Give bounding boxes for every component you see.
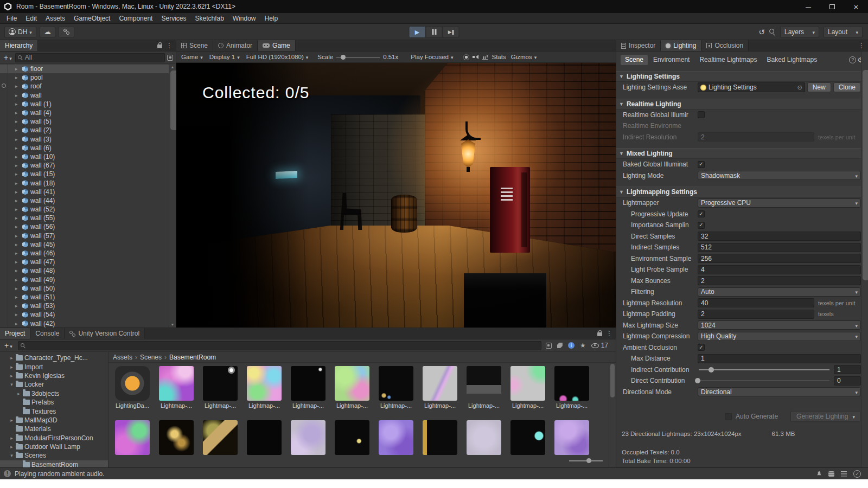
value-field[interactable]: 256 bbox=[698, 254, 861, 263]
hierarchy-item[interactable]: wall (1) bbox=[0, 100, 176, 108]
expand-arrow-icon[interactable] bbox=[15, 233, 20, 239]
slider-handle[interactable] bbox=[695, 378, 700, 383]
folder-item[interactable]: ▾Scenes bbox=[0, 451, 108, 460]
project-search-input[interactable] bbox=[18, 341, 541, 350]
folder-item[interactable]: Textures bbox=[0, 407, 108, 415]
scrollbar-thumb[interactable] bbox=[863, 70, 868, 280]
folder-item[interactable]: ▸Import bbox=[0, 362, 108, 371]
folder-item[interactable]: ▾Locker bbox=[0, 380, 108, 389]
tab-occlusion[interactable]: Occlusion bbox=[701, 40, 749, 51]
search-by-type-icon[interactable] bbox=[546, 343, 552, 349]
thumbnail-size-slider[interactable] bbox=[569, 458, 603, 464]
layout-dropdown[interactable]: Layout bbox=[824, 26, 863, 38]
asset-item[interactable] bbox=[379, 420, 413, 455]
asset-item[interactable]: Lightmap-... bbox=[291, 366, 326, 409]
asset-item[interactable]: Lightmap-... bbox=[335, 366, 369, 409]
asset-item[interactable]: Lightmap-... bbox=[554, 366, 589, 409]
hierarchy-item[interactable]: wall bbox=[0, 91, 176, 100]
hierarchy-item[interactable]: wall (3) bbox=[0, 135, 176, 144]
search-by-label-icon[interactable] bbox=[557, 343, 563, 348]
hierarchy-scrollbar[interactable]: ▲ ▼ bbox=[169, 64, 176, 328]
hierarchy-item[interactable]: wall (6) bbox=[0, 144, 176, 152]
value-field[interactable]: 2 bbox=[698, 132, 814, 142]
hierarchy-item[interactable]: wall (48) bbox=[0, 266, 176, 275]
asset-item[interactable] bbox=[291, 420, 326, 455]
menu-assets[interactable]: Assets bbox=[41, 13, 69, 23]
hierarchy-item[interactable]: wall (10) bbox=[0, 152, 176, 161]
expand-arrow-icon[interactable] bbox=[15, 101, 20, 107]
tab-project[interactable]: Project bbox=[0, 328, 30, 339]
expand-arrow-icon[interactable] bbox=[15, 251, 20, 256]
create-button[interactable] bbox=[3, 53, 13, 62]
menu-file[interactable]: File bbox=[2, 13, 21, 23]
asset-item[interactable]: LightingDa... bbox=[115, 366, 150, 409]
expand-arrow-icon[interactable] bbox=[15, 110, 20, 115]
expand-arrow-icon[interactable] bbox=[15, 207, 20, 212]
expand-arrow-icon[interactable] bbox=[15, 93, 20, 98]
expand-arrow-icon[interactable]: ▸ bbox=[9, 364, 14, 370]
foldout-icon[interactable] bbox=[619, 74, 624, 79]
asset-item[interactable]: Lightmap-... bbox=[467, 366, 501, 409]
tab-game[interactable]: Game bbox=[258, 40, 296, 51]
slider-handle[interactable] bbox=[709, 367, 714, 373]
hierarchy-item[interactable]: wall (45) bbox=[0, 240, 176, 249]
hierarchy-item[interactable]: wall (55) bbox=[0, 214, 176, 222]
folder-item[interactable]: ▸3dobjects bbox=[0, 389, 108, 398]
view-mode-dropdown[interactable]: Game bbox=[180, 54, 205, 60]
hierarchy-item[interactable]: wall (42) bbox=[0, 319, 176, 328]
expand-arrow-icon[interactable] bbox=[15, 259, 20, 265]
hierarchy-item[interactable]: wall (56) bbox=[0, 222, 176, 231]
breadcrumb-item[interactable]: Assets bbox=[113, 354, 132, 361]
hierarchy-item[interactable]: wall (51) bbox=[0, 293, 176, 301]
expand-arrow-icon[interactable] bbox=[15, 127, 20, 133]
subtab-realtime-lightmaps[interactable]: Realtime Lightmaps bbox=[695, 55, 761, 65]
hierarchy-item[interactable]: pool bbox=[0, 73, 176, 82]
value-field[interactable]: 32 bbox=[698, 232, 861, 241]
slider[interactable] bbox=[698, 365, 831, 374]
hierarchy-item[interactable]: floor bbox=[0, 65, 176, 73]
asset-item[interactable] bbox=[203, 420, 238, 455]
hierarchy-item[interactable]: wall (5) bbox=[0, 117, 176, 126]
asset-item[interactable]: Lightmap-... bbox=[510, 366, 545, 409]
game-viewport[interactable]: Collected: 0/5 bbox=[176, 63, 616, 328]
expand-arrow-icon[interactable] bbox=[15, 119, 20, 124]
slider[interactable] bbox=[698, 376, 831, 385]
asset-item[interactable]: Lightmap-... bbox=[379, 366, 413, 409]
menu-services[interactable]: Services bbox=[157, 13, 190, 23]
hierarchy-item[interactable]: wall (44) bbox=[0, 196, 176, 205]
expand-arrow-icon[interactable] bbox=[15, 189, 20, 195]
asset-item[interactable]: Lightmap-... bbox=[159, 366, 194, 409]
value-field[interactable]: 512 bbox=[698, 243, 861, 252]
undo-history-icon[interactable] bbox=[758, 28, 765, 36]
hierarchy-item[interactable]: wall (49) bbox=[0, 275, 176, 284]
resolution-dropdown[interactable]: Full HD (1920x1080) bbox=[245, 54, 310, 60]
hierarchy-item[interactable]: wall (4) bbox=[0, 108, 176, 117]
asset-item[interactable]: Lightmap-... bbox=[203, 366, 238, 409]
value-field[interactable]: 2 bbox=[698, 310, 814, 319]
value-field[interactable]: 4 bbox=[698, 265, 861, 274]
hierarchy-item[interactable]: wall (53) bbox=[0, 301, 176, 310]
menu-window[interactable]: Window bbox=[228, 13, 260, 23]
hierarchy-item[interactable]: wall (46) bbox=[0, 249, 176, 258]
asset-item[interactable] bbox=[247, 420, 282, 455]
asset-item[interactable] bbox=[467, 420, 501, 455]
asset-item[interactable]: Lightmap-... bbox=[423, 366, 457, 409]
maximize-button[interactable] bbox=[820, 0, 844, 13]
foldout-icon[interactable] bbox=[619, 151, 624, 156]
asset-item[interactable]: Lightmap-... bbox=[247, 366, 282, 409]
expand-arrow-icon[interactable] bbox=[15, 137, 20, 142]
expand-arrow-icon[interactable] bbox=[15, 75, 20, 80]
button-clone[interactable]: Clone bbox=[833, 82, 861, 92]
asset-item[interactable] bbox=[423, 420, 457, 455]
expand-arrow-icon[interactable] bbox=[15, 171, 20, 177]
expand-arrow-icon[interactable] bbox=[15, 286, 20, 291]
grid-scrollbar[interactable] bbox=[609, 363, 616, 467]
asset-item[interactable] bbox=[510, 420, 545, 455]
favorites-star-icon[interactable] bbox=[580, 342, 586, 349]
tab-console[interactable]: Console bbox=[30, 328, 65, 339]
expand-arrow-icon[interactable] bbox=[15, 277, 20, 282]
checkbox[interactable]: ✓ bbox=[698, 210, 705, 217]
notifications-icon[interactable] bbox=[816, 471, 822, 476]
slider-handle[interactable] bbox=[586, 458, 591, 463]
dropdown[interactable]: Shadowmask bbox=[698, 171, 861, 180]
